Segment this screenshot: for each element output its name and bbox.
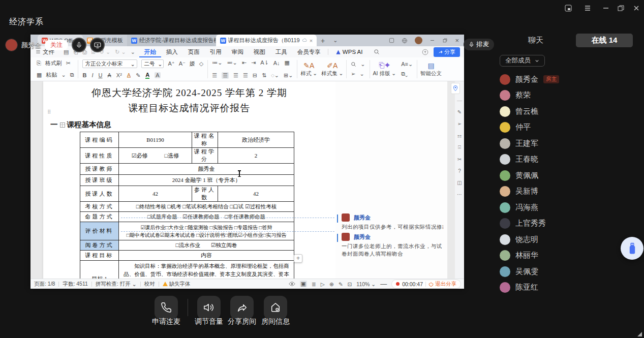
tab-close-icon[interactable]: × <box>310 38 313 44</box>
list-item[interactable]: 陈亚红 <box>500 280 538 294</box>
more-icon[interactable]: ⋯ <box>457 192 462 197</box>
tab-doc-template[interactable]: W 经济学院-课程目标达成度报告模版.d <box>127 35 216 46</box>
help-icon[interactable]: ? <box>458 168 461 174</box>
smart-doc-button[interactable]: ▤ 智能公文 <box>418 59 444 79</box>
new-tab-button[interactable]: + <box>317 35 329 46</box>
list-item[interactable]: 吴佩雯 <box>500 264 538 279</box>
border-icon[interactable]: ⊞⌄ <box>284 72 293 79</box>
text-direction-icon[interactable]: A⇂ <box>260 59 269 66</box>
heading-handle-icon[interactable] <box>60 122 65 128</box>
paste-label[interactable]: 粘贴 <box>46 71 57 79</box>
request-mic-button[interactable] <box>155 296 178 319</box>
proofread[interactable]: 校对 <box>144 281 155 288</box>
superscript-icon[interactable]: X² <box>116 72 122 78</box>
styles-button[interactable]: ✎A 样式 ⌄ <box>298 59 319 79</box>
decrease-font-icon[interactable]: A⁻ <box>179 60 186 67</box>
list-item[interactable]: 上官秀秀 <box>500 216 546 230</box>
screen-share-button[interactable] <box>90 38 105 52</box>
table-grid-icon[interactable]: ▦ <box>285 59 290 66</box>
paste-icon[interactable]: ▦ <box>37 72 42 78</box>
clear-format-icon[interactable]: ◇ <box>199 60 203 67</box>
char-shading-icon[interactable]: A <box>155 72 160 78</box>
location-pin-button[interactable] <box>451 83 460 94</box>
skin-icon[interactable]: ◫ <box>457 180 462 186</box>
course-info-table[interactable]: 课程编码 B01190 课程名称 政治经济学 课程性质 ☑必修 □选修 课程学分… <box>80 132 294 279</box>
member-filter-dropdown[interactable]: 全部成员 <box>500 55 545 67</box>
word-count[interactable]: 字数: 4511 <box>63 281 87 288</box>
select-cursor-icon[interactable]: ➢ <box>351 71 355 77</box>
page-indicator[interactable]: 页面: 1/8 <box>34 281 55 288</box>
tools-icon[interactable]: ✂ <box>457 157 462 162</box>
number-list-icon[interactable]: ≕⌄ <box>227 59 237 66</box>
menu-wps-ai[interactable]: WPS AI <box>330 46 368 57</box>
fit-page-icon[interactable]: ⊡ <box>348 281 352 287</box>
list-item[interactable]: 吴新博 <box>500 184 538 198</box>
menu-reference[interactable]: 引用 <box>205 46 227 57</box>
page-view-icon[interactable]: ▣ <box>300 281 307 287</box>
font-size-select[interactable]: 二号⌄ <box>141 59 164 68</box>
wps-close-icon[interactable]: × <box>455 37 459 44</box>
copy-icon[interactable]: ⧉ <box>70 72 74 78</box>
tab-online[interactable]: 在线 14 <box>576 34 633 47</box>
ai-layout-button[interactable]: ⎗✦ AI 排版 ⌄ <box>371 59 398 79</box>
list-item[interactable]: 蔡荣 <box>500 88 531 102</box>
pointer-tool-icon[interactable]: ➢ <box>457 121 462 127</box>
volume-button[interactable] <box>197 296 221 319</box>
layout-icon[interactable] <box>389 38 394 43</box>
bold-icon[interactable]: B <box>82 72 86 78</box>
increase-font-icon[interactable]: A⁺ <box>168 60 174 67</box>
room-info-button[interactable] <box>264 296 287 319</box>
text-effect-icon[interactable]: ✎ <box>136 72 140 79</box>
redo-icon[interactable]: ↻ ⌄ <box>115 49 126 55</box>
presenter-avatar[interactable] <box>5 39 18 51</box>
line-spacing-icon[interactable]: ⇅ <box>262 72 266 79</box>
outline-view-icon[interactable]: ≣ <box>312 281 316 287</box>
increase-indent-icon[interactable]: ⇥ <box>251 59 256 66</box>
pen-tool-icon[interactable]: ✎ <box>457 109 462 115</box>
exit-share-button[interactable]: 退出分享 <box>428 281 456 288</box>
font-color-icon[interactable]: A <box>145 72 149 79</box>
sort-icon[interactable]: A↓ <box>273 60 280 66</box>
edit-mode-icon[interactable]: ✎ <box>339 281 343 287</box>
zoom-level[interactable]: 110% ⌄ <box>356 281 376 287</box>
document-canvas[interactable]: 仰恩大学经济学院 2024-2025 学年第 2 学期 课程目标达成情况评价报告… <box>30 81 455 279</box>
text-tool-icon[interactable]: ⧉⌄ <box>401 71 408 77</box>
phonetic-icon[interactable]: 嫒 <box>190 60 195 68</box>
list-item[interactable]: 仲平 <box>500 120 531 134</box>
list-item[interactable]: 颜秀金 房主 <box>500 72 559 86</box>
document-page[interactable]: 仰恩大学经济学院 2024-2025 学年第 2 学期 课程目标达成情况评价报告… <box>43 81 335 279</box>
menu-tools[interactable]: 工具 <box>270 46 292 57</box>
globe-icon[interactable] <box>402 38 408 44</box>
cut-icon[interactable]: ✂ <box>66 60 71 67</box>
list-item[interactable]: 曾云樵 <box>500 104 538 118</box>
drag-handle-icon[interactable]: ⠿ <box>47 109 51 115</box>
menu-icon[interactable] <box>584 4 592 12</box>
format-painter-label[interactable]: 格式刷 <box>45 59 62 67</box>
zoom-out-icon[interactable]: — <box>380 280 387 288</box>
restore-icon[interactable] <box>617 4 625 12</box>
mic-button[interactable] <box>72 38 86 52</box>
bullet-list-icon[interactable]: ≔⌄ <box>212 59 222 66</box>
align-center-icon[interactable]: ☰ <box>222 72 229 79</box>
minimize-icon[interactable] <box>602 4 610 12</box>
list-item[interactable]: 林丽华 <box>500 248 538 262</box>
web-view-icon[interactable]: ⊕ <box>329 281 334 287</box>
list-item[interactable]: 王春晓 <box>500 152 538 166</box>
distribute-icon[interactable]: ⊟ <box>253 72 257 79</box>
list-item[interactable]: 王建军 <box>500 136 538 150</box>
search-icon[interactable] <box>374 49 380 55</box>
wps-avatar[interactable] <box>415 37 422 44</box>
tab-doc-active[interactable]: W 课程目标达成度报告（B0119 × <box>216 35 317 46</box>
menu-member[interactable]: 会员专享 <box>292 46 326 57</box>
table-add-button[interactable]: + <box>294 254 302 263</box>
play-view-icon[interactable]: ▷ <box>321 281 325 287</box>
share-room-button[interactable] <box>230 296 254 319</box>
list-item[interactable]: 饶志明 <box>500 232 538 247</box>
qat-chevron-icon[interactable]: ⌄ <box>131 49 135 55</box>
wps-restore-icon[interactable] <box>442 38 448 43</box>
find-icon[interactable] <box>351 62 356 67</box>
missing-font-warning[interactable]: 缺失字体 <box>163 281 191 288</box>
menu-review[interactable]: 审阅 <box>227 46 249 57</box>
menu-insert[interactable]: 插入 <box>161 46 183 57</box>
list-item[interactable]: 黄佩佩 <box>500 168 538 182</box>
